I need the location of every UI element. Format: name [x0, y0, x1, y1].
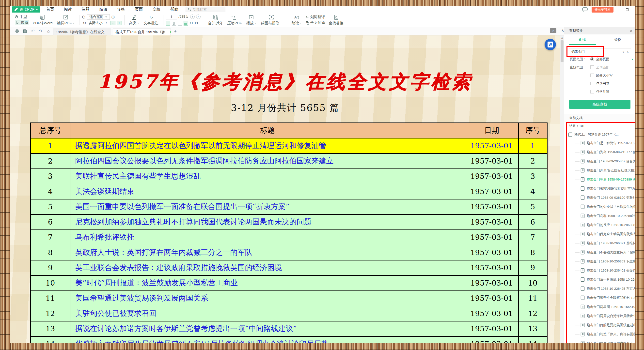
rotate-ccw-button[interactable]: ↺ [195, 21, 198, 25]
cell-article-title[interactable]: 据透露阿拉伯四国首脑决定在以色列撤军以前无限期停止清理运河和修复油管 [70, 138, 465, 153]
search-result-item[interactable]: 炮击金门的反应 1958-10-286308 [574, 220, 636, 230]
home-button[interactable]: ⌂ [45, 28, 52, 34]
edit-pdf-button[interactable]: 编辑PDF [55, 14, 77, 25]
login-button[interactable]: 登录享特权 [592, 7, 614, 12]
tab-replace[interactable]: 替换 [600, 37, 636, 42]
feedback-chat-icon[interactable] [582, 7, 588, 12]
search-result-item[interactable]: 炮击金门两周说台湾海峡局势发生了 [574, 311, 636, 321]
zoom-mode-dropdown[interactable]: 适合宽度 [87, 14, 110, 20]
notification-badge[interactable]: 2 [550, 28, 556, 33]
find-replace-button[interactable]: 查找替换 [326, 14, 346, 25]
highlight-button[interactable]: 高亮 [127, 14, 142, 25]
snapshot-extract-button[interactable]: A 截图与提取 [259, 14, 284, 25]
scrollbar-thumb[interactable] [560, 40, 564, 62]
full-translate-button[interactable]: A 全文翻译 [306, 20, 325, 25]
search-result-item[interactable]: 炮击金门 1958-10-266321 基维特到 [574, 239, 636, 248]
play-button[interactable]: 播放 [244, 14, 259, 25]
table-row[interactable]: 11 美国希望通过美波贸易谈判发展两国关系 1957-03-01 11 [30, 291, 547, 306]
merge-split-button[interactable]: 合并拆分 [206, 14, 225, 25]
table-row[interactable]: 1 据透露阿拉伯四国首脑决定在以色列撤军以前无限期停止清理运河和修复油管 195… [30, 138, 547, 153]
advanced-find-button[interactable]: 高级查找 [569, 100, 630, 109]
include-comments-checkbox[interactable] [590, 90, 594, 93]
actual-size-label[interactable]: 实际大小 [89, 21, 102, 25]
include-bookmarks-checkbox[interactable] [590, 82, 594, 85]
layout-single-button[interactable] [166, 21, 170, 25]
menu-page[interactable]: 页面 [134, 6, 143, 12]
undo-button[interactable]: ↶ [30, 28, 36, 34]
table-row[interactable]: 14 华盛顿方面对印尼政局的发展感到不安/马尼拉条约组织理事会将讨论印尼局势 1… [30, 337, 547, 343]
zoom-out-button[interactable]: ⊖ [82, 15, 86, 19]
find-next-chevron-icon[interactable]: ∧ [627, 50, 629, 53]
all-pages-radio[interactable] [590, 57, 594, 61]
table-row[interactable]: 9 英工业联合会发表报告：建议政府采取措施挽救英国的经济困境 1957-03-0… [30, 260, 547, 276]
search-result-item[interactable]: 炮击金门制造「停火」舆论妄图我将 [574, 330, 636, 339]
table-row[interactable]: 8 英政府人士说：英国打算在两年内裁减三分之一的军队 1957-03-01 8 [30, 245, 547, 260]
table-row[interactable]: 6 尼克松到加纳参加独立典礼时不打算同我国代表讨论两国悬而未决的问题 1957-… [30, 215, 547, 230]
table-row[interactable]: 13 据说在讨论苏加诺方案时各伊斯兰党曾考虑提出一项“中间路线建议” 1957-… [30, 321, 547, 337]
layout-two-page-button[interactable] [172, 21, 176, 25]
search-result-item[interactable]: 炮击金门的命令是「自愿提供的情报 [574, 202, 636, 211]
search-result-item[interactable]: 炮击金门蒋帮不会骚扰我船只 1958- [574, 293, 636, 302]
whole-word-checkbox[interactable] [590, 65, 594, 69]
results-tree-root[interactable]: 格式工厂PDF合并 1957年《... [568, 131, 636, 138]
read-aloud-button[interactable]: A 朗读 [290, 14, 304, 25]
cell-article-title[interactable]: 乌布利希批评铁托 [70, 230, 465, 245]
cell-article-title[interactable]: 英政府人士说：英国打算在两年内裁减三分之一的军队 [70, 245, 465, 260]
select-tool-button[interactable]: 选择 [15, 20, 29, 25]
function-search-input[interactable]: 功能搜索 [186, 7, 226, 12]
prev-page-button[interactable]: ‹ [190, 14, 195, 19]
search-result-item[interactable]: 炮击金门 1958-10-226425 东京人士 [574, 284, 636, 293]
view-toggle-wide[interactable]: ·· [110, 21, 116, 25]
table-row[interactable]: 3 美联社宣传民主德国有些学生思想混乱 1957-03-01 3 [30, 169, 547, 184]
page-number-input[interactable]: 1 [166, 14, 177, 19]
cell-article-title[interactable]: 美“时代”周刊报道：波兰鼓励发展小型私营工商业 [70, 276, 465, 291]
quick-pdf-to-word-button[interactable]: W [544, 39, 556, 50]
tab-find[interactable]: 查找 [564, 37, 600, 42]
search-result-item[interactable]: 炮击金门岛群 1958-10-296288叶公 [574, 211, 636, 220]
search-result-item[interactable]: 炮击金门 1958-09-036190 美联社报 [574, 193, 636, 202]
menu-read[interactable]: 阅读 [64, 6, 72, 12]
table-row[interactable]: 2 阿拉伯四国会议公报要以色列无条件撤军强调阿拉伯防务应由阿拉伯国家来建立 19… [30, 153, 547, 169]
menu-home[interactable]: 首页 [46, 6, 55, 12]
expand-range-icon[interactable]: › [632, 57, 633, 61]
cell-article-title[interactable]: 英工业联合会发表报告：建议政府采取措施挽救英国的经济困境 [70, 260, 465, 276]
hand-tool-button[interactable]: 手型 [15, 14, 29, 19]
print-button[interactable] [14, 28, 20, 34]
vertical-scrollbar[interactable]: ∧ [560, 35, 564, 343]
redo-button[interactable]: ↷ [38, 28, 44, 34]
table-row[interactable]: 4 美法会谈延期结束 1957-03-01 4 [30, 184, 547, 199]
scroll-up-arrow[interactable]: ∧ [560, 35, 564, 39]
document-viewer[interactable]: 1957年《参考消息》在线全文文字检索 3-12 月份共计 5655 篇 总序号… [10, 35, 560, 343]
search-result-item[interactable]: 炮击金门/柳鹤图说我将使用重型的大 [574, 184, 636, 193]
cell-article-title[interactable]: 美法会谈延期结束 [70, 184, 465, 199]
search-result-item[interactable]: 炮击金门列岛 1958-09-215777 侵台 [574, 148, 636, 157]
cell-article-title[interactable]: 美国一面重申要以色列撤军一面准备在联合国提出一项“折衷方案” [70, 199, 465, 215]
search-result-item[interactable]: 炮击金门两星周 1958-10-166519 美 [574, 302, 636, 311]
search-result-item[interactable]: 炮击金门不要跟美国宣传为「侵略」 [574, 248, 636, 257]
cell-article-title[interactable]: 据说在讨论苏加诺方案时各伊斯兰党曾考虑提出一项“中间路线建议” [70, 321, 465, 337]
cell-article-title[interactable]: 美驻匈公使已被要求召回 [70, 306, 465, 321]
search-result-item[interactable]: 炮击金门 1958-10-256353 毛主席同 [574, 257, 636, 266]
cell-article-title[interactable]: 尼克松到加纳参加独立典礼时不打算同我国代表讨论两国悬而未决的问题 [70, 215, 465, 230]
restore-window-button[interactable] [626, 8, 628, 11]
menu-convert[interactable]: 转换 [117, 6, 126, 12]
table-row[interactable]: 7 乌布利希批评铁托 1957-03-01 7 [30, 230, 547, 245]
minimize-button[interactable]: — [618, 7, 622, 11]
search-result-item[interactable]: 炮击金门我完全主动美国务院恼羞成 [574, 230, 636, 239]
compress-pdf-button[interactable]: 压缩PDF [225, 14, 244, 25]
new-tab-button[interactable]: ＋ [173, 28, 178, 34]
cell-article-title[interactable]: 美国希望通过美波贸易谈判发展两国关系 [70, 291, 465, 306]
word-translate-button[interactable]: A 划词翻译 [306, 15, 325, 19]
view-toggle-text[interactable]: T [117, 21, 122, 25]
view-toggle-dots[interactable]: ⋮ [104, 21, 109, 25]
document-tab-2-active[interactable]: 格式工厂PDF合并 1957年《参... [113, 28, 171, 35]
find-prev-chevron-icon[interactable]: ∨ [622, 50, 624, 53]
cell-article-title[interactable]: 华盛顿方面对印尼政局的发展感到不安/马尼拉条约组织理事会将讨论印尼局势 [70, 337, 465, 343]
document-tab-1[interactable]: 1959年《参考消息》在线全文... [53, 28, 111, 35]
layout-grid-button[interactable] [178, 21, 182, 25]
table-row[interactable]: 5 美国一面重申要以色列撤军一面准备在联合国提出一项“折衷方案” 1957-03… [30, 199, 547, 215]
save-button[interactable] [22, 28, 28, 34]
rotate-cw-button[interactable]: ↻ [190, 21, 193, 25]
cell-article-title[interactable]: 美联社宣传民主德国有些学生思想混乱 [70, 169, 465, 184]
search-result-item[interactable]: 炮击金门列岛/台众国际社说大担二担 [574, 166, 636, 175]
